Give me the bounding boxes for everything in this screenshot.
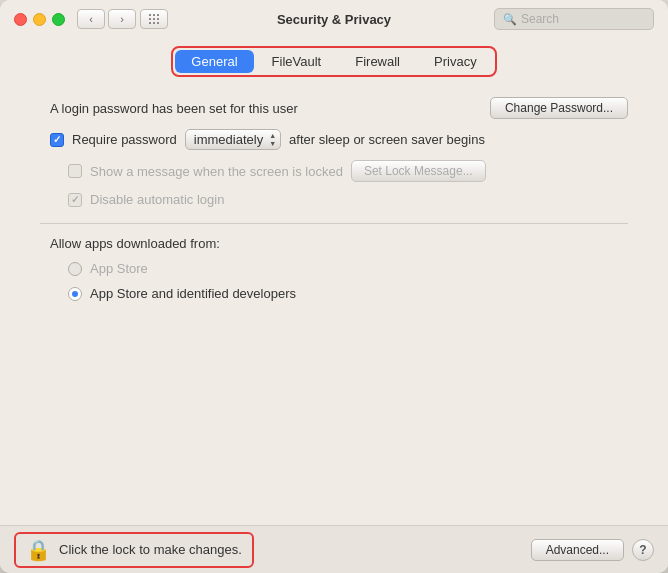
traffic-lights: [14, 13, 65, 26]
grid-button[interactable]: [140, 9, 168, 29]
allow-apps-label: Allow apps downloaded from:: [40, 236, 628, 251]
radio-identified-label: App Store and identified developers: [90, 286, 296, 301]
dropdown-arrows: ▲ ▼: [269, 132, 276, 147]
set-lock-message-button[interactable]: Set Lock Message...: [351, 160, 486, 182]
after-sleep-label: after sleep or screen saver begins: [289, 132, 485, 147]
dropdown-value: immediately: [194, 132, 263, 147]
help-button[interactable]: ?: [632, 539, 654, 561]
disable-autologin-row: Disable automatic login: [40, 192, 628, 207]
require-password-dropdown[interactable]: immediately ▲ ▼: [185, 129, 281, 150]
require-password-checkbox[interactable]: [50, 133, 64, 147]
search-icon: 🔍: [503, 13, 517, 26]
grid-icon: [149, 14, 160, 25]
toolbar-area: General FileVault Firewall Privacy: [0, 38, 668, 87]
tabs-container: General FileVault Firewall Privacy: [171, 46, 496, 77]
advanced-button[interactable]: Advanced...: [531, 539, 624, 561]
lock-section[interactable]: 🔒 Click the lock to make changes.: [14, 532, 254, 568]
nav-buttons: ‹ ›: [77, 9, 136, 29]
back-button[interactable]: ‹: [77, 9, 105, 29]
divider: [40, 223, 628, 224]
search-placeholder: Search: [521, 12, 559, 26]
chevron-up-icon: ▲: [269, 132, 276, 139]
login-section: A login password has been set for this u…: [40, 97, 628, 207]
lock-text: Click the lock to make changes.: [59, 542, 242, 557]
show-message-label: Show a message when the screen is locked: [90, 164, 343, 179]
change-password-button[interactable]: Change Password...: [490, 97, 628, 119]
tab-filevault[interactable]: FileVault: [256, 50, 338, 73]
disable-autologin-checkbox[interactable]: [68, 193, 82, 207]
window-title: Security & Privacy: [277, 12, 391, 27]
bottom-right: Advanced... ?: [531, 539, 654, 561]
show-message-checkbox[interactable]: [68, 164, 82, 178]
show-message-row: Show a message when the screen is locked…: [40, 160, 628, 182]
tab-general[interactable]: General: [175, 50, 253, 73]
chevron-down-icon: ▼: [269, 140, 276, 147]
login-password-label: A login password has been set for this u…: [50, 101, 480, 116]
forward-button[interactable]: ›: [108, 9, 136, 29]
radio-identified-row: App Store and identified developers: [40, 286, 628, 301]
allow-apps-section: Allow apps downloaded from: App Store Ap…: [40, 236, 628, 301]
radio-appstore[interactable]: [68, 262, 82, 276]
bottom-bar: 🔒 Click the lock to make changes. Advanc…: [0, 525, 668, 573]
radio-identified[interactable]: [68, 287, 82, 301]
window: ‹ › Security & Privacy 🔍 Search General …: [0, 0, 668, 573]
disable-autologin-label: Disable automatic login: [90, 192, 224, 207]
require-password-label: Require password: [72, 132, 177, 147]
login-password-row: A login password has been set for this u…: [40, 97, 628, 119]
radio-appstore-row: App Store: [40, 261, 628, 276]
maximize-button[interactable]: [52, 13, 65, 26]
tab-privacy[interactable]: Privacy: [418, 50, 493, 73]
main-content: A login password has been set for this u…: [0, 87, 668, 525]
search-bar[interactable]: 🔍 Search: [494, 8, 654, 30]
close-button[interactable]: [14, 13, 27, 26]
tab-firewall[interactable]: Firewall: [339, 50, 416, 73]
title-bar: ‹ › Security & Privacy 🔍 Search: [0, 0, 668, 38]
lock-icon: 🔒: [26, 538, 51, 562]
minimize-button[interactable]: [33, 13, 46, 26]
radio-appstore-label: App Store: [90, 261, 148, 276]
require-password-row: Require password immediately ▲ ▼ after s…: [40, 129, 628, 150]
